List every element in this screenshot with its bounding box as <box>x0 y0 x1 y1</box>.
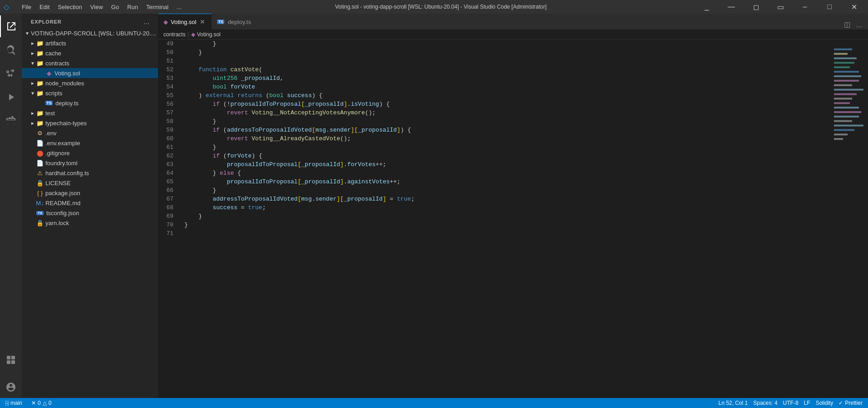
menu-go[interactable]: Go <box>108 3 123 11</box>
tree-item-scripts[interactable]: ▼ 📁 scripts <box>22 88 158 98</box>
tree-item-typechain[interactable]: ► 📁 typechain-types <box>22 118 158 128</box>
readme-label: README.md <box>45 200 80 206</box>
tsconfig-label: tsconfig.json <box>46 210 79 216</box>
tree-item-license[interactable]: 🔒 LICENSE <box>22 178 158 188</box>
root-label: VOTING-DAPP-SCROLL [WSL: UBUNTU-20.... <box>31 30 156 37</box>
tree-item-hardhat[interactable]: ⚠ hardhat.config.ts <box>22 168 158 178</box>
tree-root[interactable]: ▼ VOTING-DAPP-SCROLL [WSL: UBUNTU-20.... <box>22 28 158 38</box>
folder-icon: 📁 <box>36 50 44 57</box>
tree-item-foundry[interactable]: 📄 foundry.toml <box>22 158 158 168</box>
env-label: .env <box>45 130 57 137</box>
editor-content: 49 50 51 52 53 54 55 56 57 58 59 60 61 6… <box>158 39 868 398</box>
tree-item-cache[interactable]: ► 📁 cache <box>22 48 158 58</box>
svg-rect-16 <box>834 98 852 99</box>
svg-rect-0 <box>7 356 10 359</box>
svg-rect-12 <box>834 80 859 82</box>
new-file-icon[interactable]: … <box>143 17 151 26</box>
git-branch-icon: ⍈ <box>5 400 9 406</box>
svg-rect-11 <box>834 75 861 77</box>
tree-item-yarn-lock[interactable]: 🔒 yarn.lock <box>22 218 158 228</box>
remote-explorer-icon[interactable] <box>0 349 22 371</box>
menu-more[interactable]: ... <box>173 3 185 11</box>
extensions-icon[interactable] <box>0 110 22 132</box>
tree-item-gitignore[interactable]: ⬤ .gitignore <box>22 148 158 158</box>
git-branch-status[interactable]: ⍈ main <box>4 400 24 406</box>
cursor-position-status[interactable]: Ln 52, Col 1 <box>716 400 750 406</box>
search-icon[interactable] <box>0 39 22 61</box>
breadcrumb: contracts 〉 ◆ Voting.sol <box>158 29 868 39</box>
errors-status[interactable]: ✕ 0 △ 0 <box>30 400 53 406</box>
language-status[interactable]: Solidity <box>814 400 835 406</box>
minimap <box>832 39 868 398</box>
prettier-status[interactable]: ✓ Prettier <box>837 400 864 406</box>
code-editor[interactable]: } } function castVote( uint256 _proposal… <box>181 39 832 398</box>
tree-item-tsconfig[interactable]: TS tsconfig.json <box>22 208 158 218</box>
menu-selection[interactable]: Selection <box>54 3 85 11</box>
lock-icon: 🔒 <box>36 220 44 226</box>
source-control-icon[interactable] <box>0 63 22 84</box>
tree-item-contracts[interactable]: ▼ 📁 contracts <box>22 58 158 68</box>
menu-view[interactable]: View <box>87 3 107 11</box>
tab-close-voting-sol[interactable]: ✕ <box>199 18 206 25</box>
node-modules-label: node_modules <box>45 80 84 87</box>
tree-item-env[interactable]: ⚙ .env <box>22 128 158 138</box>
folder-icon: 📁 <box>36 120 44 127</box>
tab-deploy-ts-label: deploy.ts <box>228 19 251 25</box>
window-title: Voting.sol - voting-dapp-scroll [WSL: Ub… <box>192 4 689 10</box>
sidebar: EXPLORER … ▼ VOTING-DAPP-SCROLL [WSL: UB… <box>22 14 158 398</box>
menu-file[interactable]: File <box>18 3 35 11</box>
tree-item-deploy-ts[interactable]: TS deploy.ts <box>22 98 158 108</box>
tree-item-package-json[interactable]: { } package.json <box>22 188 158 198</box>
maximize-win[interactable]: □ <box>819 0 840 14</box>
window-controls: ⎯ ― ◻ ▭ – □ ✕ <box>696 0 864 14</box>
git-branch-label: main <box>10 400 22 406</box>
split-button[interactable]: ▭ <box>770 0 791 14</box>
svg-rect-6 <box>834 53 848 55</box>
yarn-lock-label: yarn.lock <box>45 220 69 226</box>
svg-rect-10 <box>834 71 859 73</box>
editor-area: ◆ Voting.sol ✕ TS deploy.ts ◫ … contract… <box>158 14 868 398</box>
json-icon: { } <box>36 190 44 197</box>
more-actions-btn[interactable]: … <box>854 20 864 29</box>
tab-voting-sol[interactable]: ◆ Voting.sol ✕ <box>158 14 212 29</box>
svg-rect-17 <box>834 102 850 104</box>
tree-item-readme[interactable]: M↓ README.md <box>22 198 158 208</box>
ln-col-label: Ln 52, Col 1 <box>718 400 748 406</box>
menu-terminal[interactable]: Terminal <box>143 3 172 11</box>
line-numbers: 49 50 51 52 53 54 55 56 57 58 59 60 61 6… <box>158 39 181 398</box>
menu-edit[interactable]: Edit <box>36 3 53 11</box>
minimize-button[interactable]: ― <box>721 0 742 14</box>
scripts-arrow: ▼ <box>29 91 36 96</box>
run-debug-icon[interactable] <box>0 86 22 108</box>
tsconfig-icon: TS <box>36 211 44 215</box>
svg-rect-13 <box>834 84 852 86</box>
tree-item-artifacts[interactable]: ► 📁 artifacts <box>22 38 158 48</box>
explorer-icon[interactable] <box>0 15 22 37</box>
encoding-status[interactable]: UTF-8 <box>781 400 800 406</box>
svg-rect-24 <box>834 133 848 135</box>
tab-deploy-ts[interactable]: TS deploy.ts <box>212 14 256 29</box>
tab-bar-actions: ◫ … <box>842 20 868 29</box>
layout-button[interactable]: ⎯ <box>696 0 717 14</box>
svg-rect-22 <box>834 125 863 127</box>
tree-item-node-modules[interactable]: ► 📁 node_modules <box>22 78 158 88</box>
spaces-status[interactable]: Spaces: 4 <box>751 400 779 406</box>
breadcrumb-contracts[interactable]: contracts <box>163 31 186 38</box>
breadcrumb-filename[interactable]: Voting.sol <box>197 31 221 38</box>
tree-item-env-example[interactable]: 📄 .env.example <box>22 138 158 148</box>
tree-item-voting-sol[interactable]: ◆ Voting.sol <box>22 68 158 78</box>
svg-rect-8 <box>834 62 854 64</box>
close-win[interactable]: ✕ <box>843 0 864 14</box>
cache-label: cache <box>45 50 61 57</box>
menu-run[interactable]: Run <box>123 3 142 11</box>
tree-item-test[interactable]: ► 📁 test <box>22 108 158 118</box>
eol-label: LF <box>804 400 810 406</box>
eol-status[interactable]: LF <box>802 400 812 406</box>
warning-count: 0 <box>49 400 52 406</box>
cache-arrow: ► <box>29 51 36 56</box>
minimize-win[interactable]: – <box>794 0 815 14</box>
account-icon[interactable] <box>0 376 22 398</box>
restore-button[interactable]: ◻ <box>745 0 766 14</box>
tab-sol-icon: ◆ <box>163 19 168 25</box>
split-editor-btn[interactable]: ◫ <box>842 20 852 29</box>
